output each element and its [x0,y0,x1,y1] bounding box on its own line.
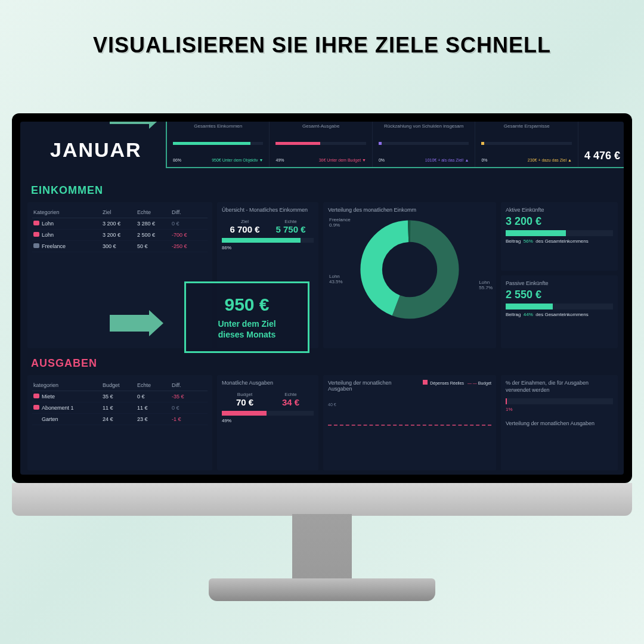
row-echte: 23 € [137,416,172,422]
monitor-chin [12,483,632,516]
col-budget: Budget [103,382,137,388]
summary-debt-foot: 1010€ + als das Ziel! [425,158,464,162]
row-diff: 0 € [172,221,206,227]
summary-debt-amount: 1 010 € [379,122,469,122]
echte-label: Echte [282,392,299,397]
monitor-stand-base [209,578,435,601]
wifi-icon [33,405,39,410]
passive-income-bar [506,304,613,309]
summary-expense-pct: 49% [275,158,284,162]
row-name: Garten [42,416,58,422]
ziel-label: Ziel [230,219,259,224]
expense-overview-title: Monatliche Ausgaben [222,380,314,386]
active-income-panel: Aktive Einkünfte 3 200 € Beitrag 56% des… [501,202,618,271]
summary-debt-label: Rückzahlung von Schulden insgesam [379,123,469,129]
budget-value: 70 € [236,397,253,407]
echte-value: 5 750 € [275,224,305,234]
expense-pct: 49% [222,418,314,423]
row-name: Lohn [42,232,54,238]
row-name: Freelance [42,243,66,249]
row-diff: 0 € [172,405,206,411]
expense-overview: Monatliche Ausgaben Budget 70 € Echte 34… [217,375,318,470]
up-arrow-icon: ▲ [465,158,469,162]
donut-pct-lohn1: 43.5% [329,279,343,284]
income-donut-panel: Verteilung des monatlichen Einkomm Freel… [323,202,496,348]
expense-pct-title: % der Einahmen, die für Ausgaben verwend… [506,380,613,394]
table-row[interactable]: Lohn 3 200 € 2 500 € -700 € [32,230,208,241]
table-row[interactable]: Freelance 300 € 50 € -250 € [32,241,208,252]
legend-budget: Budget [478,381,491,385]
col-kategorien: Kategorien [33,209,103,215]
col-echte: Echte [137,209,172,215]
month-title: JANUAR [50,138,142,162]
row-ziel: 300 € [103,243,137,249]
summary-savings-amount: 230 € [481,122,571,122]
summary-income[interactable]: 5 750 € Gesamtes Einkommen 86% 950€ Unte… [167,122,270,167]
expense-pct-value: 1% [506,407,613,412]
section-income-title: EINKOMMEN [31,184,103,197]
summary-expense-foot: 36€ Unter dem Budget [319,158,361,162]
budget-label: Budget [236,392,253,397]
legend-real-icon [423,380,428,385]
row-budget: 24 € [103,416,137,422]
expense-pct-panel: % der Einahmen, die für Ausgaben verwend… [501,375,618,470]
col-ziel: Ziel [103,209,137,215]
active-income-title: Aktive Einkünfte [506,207,613,213]
summary-savings-foot: 230€ + dazu das Ziel [528,158,566,162]
wallet-icon [33,221,39,225]
donut-pct-freelance: 0.9% [329,222,340,228]
down-arrow-icon: ▼ [259,158,264,162]
row-echte: 0 € [137,394,172,400]
ziel-value: 6 700 € [230,224,259,234]
summary-income-foot: 950€ Unter dem Objektiv [212,158,258,162]
section-expenses-title: AUSGABEN [31,357,97,370]
beitrag-label: Beitrag [506,239,521,244]
passive-income-title: Passive Einkünfte [506,280,613,286]
blank-icon [33,416,39,421]
summary-savings[interactable]: 230 € Gesamte Ersparnisse 0% 230€ + dazu… [475,122,578,167]
expense-pct-title2: Verteilung der monatlichen Ausgaben [506,420,613,426]
home-icon [33,394,39,398]
active-pct: 56% [524,239,533,244]
echte-label: Echte [275,219,305,224]
up-arrow-icon: ▲ [568,158,572,162]
table-row[interactable]: Lohn 3 200 € 3 280 € 0 € [32,218,208,230]
summary-savings-label: Gesamte Ersparnisse [481,123,571,129]
row-echte: 11 € [137,405,172,411]
monitor-frame: 5 750 € Gesamtes Einkommen 86% 950€ Unte… [12,113,632,483]
active-income-amount: 3 200 € [506,215,613,228]
col-diff: Diff. [172,209,206,215]
table-row[interactable]: Abonement 1 11 € 11 € 0 € [32,402,208,414]
summary-expense-label: Gesamt-Ausgabe [275,123,366,129]
summary-income-amount: 5 750 € [173,122,263,122]
summary-expense[interactable]: 34 € Gesamt-Ausgabe 49% 36€ Unter dem Bu… [270,122,372,167]
row-ziel: 3 200 € [103,221,137,227]
expense-dist-panel: Verteilung der monatlichen Ausgaben Dépe… [323,375,496,470]
donut-pct-lohn2: 55.7% [479,285,493,290]
table-row[interactable]: Garten 24 € 23 € -1 € [32,414,208,425]
row-echte: 50 € [137,243,172,249]
callout-line2: dieses Monats [218,330,275,339]
row-echte: 3 280 € [137,221,172,227]
passive-income-amount: 2 550 € [506,289,613,301]
callout-line1: Unter dem Ziel [218,319,275,329]
income-overview-title: Übersicht - Monatliches Einkommen [222,207,314,213]
callout-box: 950 € Unter dem Zieldieses Monats [184,281,309,353]
table-row[interactable]: Miete 35 € 0 € -35 € [32,391,208,402]
summary-debt[interactable]: 1 010 € Rückzahlung von Schulden insgesa… [373,122,475,167]
legend-real: Dépenses Réelles [430,381,464,385]
summary-debt-pct: 0% [379,158,385,162]
income-pct: 86% [222,245,314,250]
summary-bar: 5 750 € Gesamtes Einkommen 86% 950€ Unte… [166,122,624,168]
donut-lbl-lohn2: Lohn [479,280,490,285]
passive-income-panel: Passive Einkünfte 2 550 € Beitrag 44% de… [501,275,618,348]
page-headline: VISUALISIEREN SIE IHRE ZIELE SCHNELL [0,0,644,58]
row-diff: -700 € [172,232,206,238]
donut-lbl-freelance: Freelance [329,217,351,222]
row-diff: -1 € [172,416,206,422]
active-income-bar [506,230,613,236]
budget-line [328,425,491,426]
row-budget: 35 € [103,394,137,400]
active-suffix: des Gesamteinkommens [535,239,588,244]
echte-value: 34 € [282,397,299,407]
